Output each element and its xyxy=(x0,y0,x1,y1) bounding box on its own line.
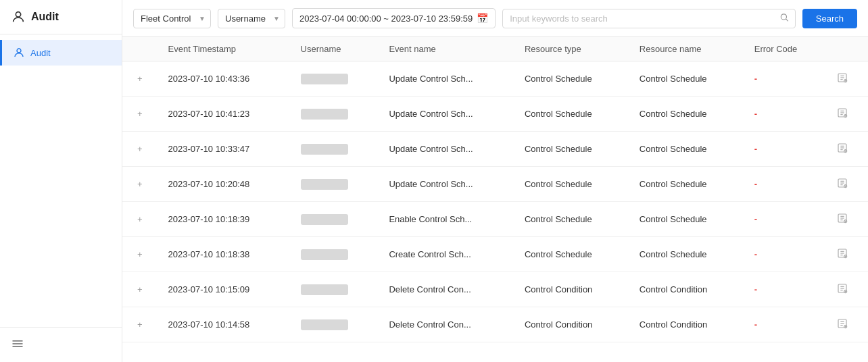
table-header-row: Event Timestamp Username Event name Reso… xyxy=(122,37,868,61)
cell-event-name: Delete Control Con... xyxy=(378,307,514,342)
date-range-value: 2023-07-04 00:00:00 ~ 2023-07-10 23:59:5… xyxy=(299,14,473,24)
col-username: Username xyxy=(290,37,379,61)
cell-view xyxy=(826,237,868,272)
cell-error-code: - xyxy=(744,307,827,342)
cell-timestamp: 2023-07-10 10:18:39 xyxy=(158,202,290,237)
cell-timestamp: 2023-07-10 10:18:38 xyxy=(158,237,290,272)
table-row: + 2023-07-10 10:18:38 Create Control Sch… xyxy=(122,237,868,272)
cell-expand: + xyxy=(122,167,158,202)
table-row: + 2023-07-10 10:15:09 Delete Control Con… xyxy=(122,272,868,307)
cell-expand: + xyxy=(122,307,158,342)
search-icon xyxy=(779,13,789,24)
cell-resource-name: Control Condition xyxy=(629,307,744,342)
username-redacted xyxy=(301,74,348,84)
col-actions xyxy=(826,37,868,61)
audit-table: Event Timestamp Username Event name Reso… xyxy=(122,37,868,342)
cell-error-code: - xyxy=(744,167,827,202)
view-detail-icon[interactable] xyxy=(837,213,848,224)
cell-expand: + xyxy=(122,202,158,237)
cell-resource-name: Control Schedule xyxy=(629,202,744,237)
cell-timestamp: 2023-07-10 10:15:09 xyxy=(158,272,290,307)
expand-button[interactable]: + xyxy=(133,317,147,332)
col-error-code: Error Code xyxy=(744,37,827,61)
audit-header-icon xyxy=(11,9,26,24)
col-resource-name: Resource name xyxy=(629,37,744,61)
error-code-value: - xyxy=(754,74,757,84)
cell-error-code: - xyxy=(744,97,827,132)
expand-button[interactable]: + xyxy=(133,71,147,86)
sidebar-item-audit[interactable]: Audit xyxy=(0,40,122,66)
search-button[interactable]: Search xyxy=(802,9,857,28)
cell-timestamp: 2023-07-10 10:43:36 xyxy=(158,61,290,97)
expand-button[interactable]: + xyxy=(133,106,147,122)
sidebar: Audit Audit xyxy=(0,0,122,362)
audit-table-container: Event Timestamp Username Event name Reso… xyxy=(122,37,868,362)
cell-event-name: Update Control Sch... xyxy=(378,167,514,202)
cell-error-code: - xyxy=(744,202,827,237)
svg-line-6 xyxy=(786,19,788,21)
cell-error-code: - xyxy=(744,132,827,167)
cell-error-code: - xyxy=(744,237,827,272)
cell-timestamp: 2023-07-10 10:14:58 xyxy=(158,307,290,342)
username-redacted xyxy=(301,319,348,330)
cell-username xyxy=(290,97,379,132)
svg-point-0 xyxy=(16,12,20,17)
calendar-icon: 📅 xyxy=(477,13,488,24)
table-row: + 2023-07-10 10:14:58 Delete Control Con… xyxy=(122,307,868,342)
user-select[interactable]: UsernameAll Users xyxy=(218,9,285,28)
cell-event-name: Update Control Sch... xyxy=(378,132,514,167)
sidebar-title: Audit xyxy=(31,11,59,23)
svg-point-5 xyxy=(781,14,786,20)
username-redacted xyxy=(301,214,348,225)
sidebar-header: Audit xyxy=(0,0,122,34)
search-input[interactable] xyxy=(502,9,796,28)
cell-expand: + xyxy=(122,61,158,97)
sidebar-nav: Audit xyxy=(0,34,122,327)
cell-username xyxy=(290,61,379,97)
view-detail-icon[interactable] xyxy=(837,107,848,118)
sidebar-footer xyxy=(0,327,122,362)
username-redacted xyxy=(301,109,348,120)
cell-view xyxy=(826,307,868,342)
toolbar: Fleet ControlAll Services ▼ UsernameAll … xyxy=(122,0,868,37)
table-row: + 2023-07-10 10:18:39 Enable Control Sch… xyxy=(122,202,868,237)
table-row: + 2023-07-10 10:20:48 Update Control Sch… xyxy=(122,167,868,202)
table-row: + 2023-07-10 10:33:47 Update Control Sch… xyxy=(122,132,868,167)
cell-username xyxy=(290,167,379,202)
username-redacted xyxy=(301,179,348,190)
svg-point-1 xyxy=(17,49,21,53)
col-event-name: Event name xyxy=(378,37,514,61)
error-code-value: - xyxy=(754,144,757,154)
cell-expand: + xyxy=(122,132,158,167)
cell-resource-type: Control Condition xyxy=(514,272,629,307)
service-select[interactable]: Fleet ControlAll Services xyxy=(133,9,211,28)
cell-event-name: Update Control Sch... xyxy=(378,61,514,97)
cell-resource-name: Control Condition xyxy=(629,272,744,307)
error-code-value: - xyxy=(754,319,757,330)
cell-resource-type: Control Schedule xyxy=(514,61,629,97)
view-detail-icon[interactable] xyxy=(837,283,848,294)
cell-resource-type: Control Schedule xyxy=(514,167,629,202)
cell-event-name: Delete Control Con... xyxy=(378,272,514,307)
cell-resource-name: Control Schedule xyxy=(629,167,744,202)
view-detail-icon[interactable] xyxy=(837,248,848,259)
view-detail-icon[interactable] xyxy=(837,143,848,153)
view-detail-icon[interactable] xyxy=(837,178,848,188)
cell-username xyxy=(290,272,379,307)
sidebar-item-audit-label: Audit xyxy=(30,48,51,58)
menu-icon[interactable] xyxy=(11,337,24,351)
table-row: + 2023-07-10 10:43:36 Update Control Sch… xyxy=(122,61,868,97)
expand-button[interactable]: + xyxy=(133,282,147,297)
view-detail-icon[interactable] xyxy=(837,318,848,329)
view-detail-icon[interactable] xyxy=(837,72,848,83)
cell-resource-type: Control Schedule xyxy=(514,97,629,132)
date-range-picker[interactable]: 2023-07-04 00:00:00 ~ 2023-07-10 23:59:5… xyxy=(292,8,496,28)
cell-resource-name: Control Schedule xyxy=(629,61,744,97)
expand-button[interactable]: + xyxy=(133,211,147,227)
expand-button[interactable]: + xyxy=(133,141,147,157)
expand-button[interactable]: + xyxy=(133,247,147,262)
error-code-value: - xyxy=(754,179,757,189)
expand-button[interactable]: + xyxy=(133,176,147,192)
cell-view xyxy=(826,202,868,237)
service-select-wrapper: Fleet ControlAll Services ▼ xyxy=(133,9,211,28)
